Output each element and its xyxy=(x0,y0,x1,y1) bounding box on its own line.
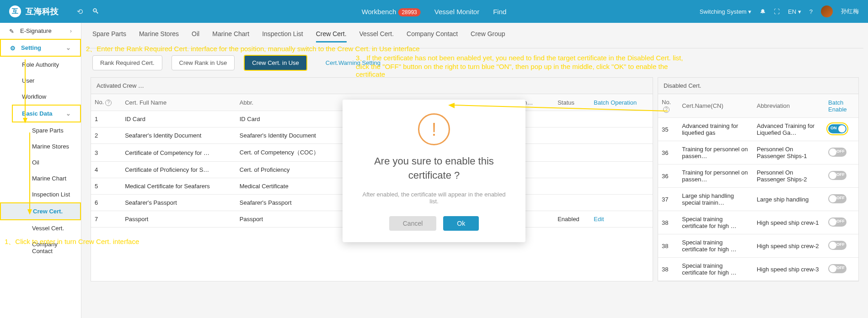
back-icon[interactable]: ⟲ xyxy=(77,7,83,16)
table-row: 38Special training certificate for high … xyxy=(658,211,858,234)
col-batch-enable[interactable]: Batch Enable xyxy=(825,94,858,118)
col-status: Status xyxy=(554,94,590,111)
modal-desc: After enabled, the certificate will appe… xyxy=(361,191,507,205)
help-icon[interactable]: ? xyxy=(809,8,813,15)
header-right: Switching System ▾ 🔔︎ ⛶ EN ▾ ? 孙红梅 xyxy=(700,5,859,17)
workbench-badge: 28993 xyxy=(398,8,420,16)
chevron-down-icon: ⌄ xyxy=(66,110,71,117)
search-icon[interactable]: 🔍︎ xyxy=(92,7,99,16)
edit-link xyxy=(590,111,653,127)
subtab-crew-rank-in-use[interactable]: Crew Rank in Use xyxy=(171,55,235,70)
sidebar-item-inspection-list[interactable]: Inspection List xyxy=(0,186,81,202)
col-cert-name: Cert.Name(CN) xyxy=(678,94,753,118)
table-row: 38Special training certificate for high … xyxy=(658,234,858,258)
col-abbreviation: Abbreviation xyxy=(753,94,825,118)
sidebar-item-vessel-cert[interactable]: Vessel Cert. xyxy=(0,220,81,236)
enable-toggle[interactable]: OFF xyxy=(828,217,847,227)
chevron-right-icon: › xyxy=(70,27,72,34)
col-abbr: Abbr. xyxy=(236,94,344,111)
disabled-table-title: Disabled Cert. xyxy=(658,78,858,94)
logo-area: 互 互海科技 xyxy=(9,5,59,17)
nav-workbench[interactable]: Workbench 28993 xyxy=(362,8,421,16)
col-no: No.? xyxy=(91,94,121,111)
nav-vessel-monitor[interactable]: Vessel Monitor xyxy=(434,8,479,16)
enable-toggle[interactable]: OFF xyxy=(828,194,847,203)
annotation-2: 2、Enter the Rank Required Cert. interfac… xyxy=(86,45,420,53)
edit-link xyxy=(590,162,653,178)
edit-link xyxy=(590,127,653,144)
tab-spare-parts[interactable]: Spare Parts xyxy=(92,30,126,42)
col-full-name: Cert. Full Name xyxy=(121,94,236,111)
sidebar-item-role-authority[interactable]: Role Authority xyxy=(0,57,81,73)
logo-icon: 互 xyxy=(9,5,21,17)
annotation-3: 3、If the certificate has not been enable… xyxy=(356,54,694,78)
enable-toggle[interactable]: OFF xyxy=(828,148,847,157)
ok-button[interactable]: Ok xyxy=(443,216,479,231)
sidebar-item-marine-stores[interactable]: Marine Stores xyxy=(0,138,81,154)
edit-link[interactable]: Edit xyxy=(590,211,653,228)
table-row: 36Training for personnel on passen…Perso… xyxy=(658,141,858,164)
tab-oil[interactable]: Oil xyxy=(192,30,199,42)
modal-title: Are you sure to enable this certificate … xyxy=(361,154,507,183)
enable-toggle[interactable]: ON xyxy=(828,124,847,133)
bell-icon[interactable]: 🔔︎ xyxy=(760,8,766,15)
table-row: 35Advanced training for liquefied gasAdv… xyxy=(658,118,858,141)
confirm-modal: ! Are you sure to enable this certificat… xyxy=(343,100,525,242)
warning-icon: ! xyxy=(418,113,450,145)
signature-icon: ✎ xyxy=(9,28,16,34)
sidebar-item-setting[interactable]: ⚙ Setting ⌄ xyxy=(0,39,81,57)
expand-icon[interactable]: ⛶ xyxy=(774,8,780,15)
table-row: 36Training for personnel on passen…Perso… xyxy=(658,164,858,188)
subtab-crew-cert-in-use[interactable]: Crew Cert. in Use xyxy=(244,55,307,71)
logo-text: 互海科技 xyxy=(26,6,59,17)
gear-icon: ⚙ xyxy=(10,45,16,51)
table-row: 38Special training certificate for high … xyxy=(658,258,858,281)
enable-toggle[interactable]: OFF xyxy=(828,241,847,250)
sidebar: ✎ E-Signature › ⚙ Setting ⌄ Role Authori… xyxy=(0,23,81,318)
sidebar-item-crew-cert[interactable]: Crew Cert. xyxy=(0,202,81,220)
cancel-button[interactable]: Cancel xyxy=(389,216,437,231)
col-batch-op[interactable]: Batch Operation xyxy=(590,94,653,111)
sidebar-item-oil[interactable]: Oil xyxy=(0,154,81,170)
avatar[interactable] xyxy=(821,5,833,17)
header-center-nav: Workbench 28993 Vessel Monitor Find xyxy=(362,8,507,16)
annotation-1: 1、Click to enter in turn Crew Cert. inte… xyxy=(5,238,139,246)
activated-table-title: Activated Crew … xyxy=(91,78,653,94)
col-no: No.? xyxy=(658,94,678,118)
tab-marine-stores[interactable]: Marine Stores xyxy=(139,30,179,42)
enable-toggle[interactable]: OFF xyxy=(828,171,847,180)
sidebar-item-marine-chart[interactable]: Marine Chart xyxy=(0,170,81,186)
edit-link xyxy=(590,144,653,162)
nav-find[interactable]: Find xyxy=(493,8,506,16)
sidebar-item-workflow[interactable]: Workflow xyxy=(0,89,81,105)
sidebar-item-basic-data[interactable]: Basic Data ⌄ xyxy=(12,105,81,122)
tab-inspection-list[interactable]: Inspection List xyxy=(262,30,303,42)
lang-select[interactable]: EN ▾ xyxy=(788,8,801,15)
sidebar-item-user[interactable]: User xyxy=(0,73,81,89)
enable-toggle[interactable]: OFF xyxy=(828,264,847,273)
help-icon[interactable]: ? xyxy=(105,100,112,106)
subtab-rank-required[interactable]: Rank Required Cert. xyxy=(92,55,162,70)
sidebar-item-esignature[interactable]: ✎ E-Signature › xyxy=(0,23,81,39)
tab-crew-group[interactable]: Crew Group xyxy=(471,30,505,42)
chevron-down-icon: ⌄ xyxy=(66,44,71,51)
app-header: 互 互海科技 ⟲ 🔍︎ Workbench 28993 Vessel Monit… xyxy=(0,0,868,23)
header-left-icons: ⟲ 🔍︎ xyxy=(77,7,99,16)
tab-vessel-cert[interactable]: Vessel Cert. xyxy=(359,30,394,42)
table-row: 37Large ship handling special trainin…La… xyxy=(658,188,858,211)
tab-crew-cert[interactable]: Crew Cert. xyxy=(316,30,347,42)
edit-link xyxy=(590,195,653,211)
sidebar-item-spare-parts[interactable]: Spare Parts xyxy=(0,122,81,138)
username: 孙红梅 xyxy=(841,7,859,16)
tab-company-contact[interactable]: Company Contact xyxy=(407,30,458,42)
disabled-cert-table: Disabled Cert. No.? Cert.Name(CN) Abbrev… xyxy=(658,77,859,281)
tab-marine-chart[interactable]: Marine Chart xyxy=(212,30,249,42)
edit-link xyxy=(590,178,653,195)
help-icon[interactable]: ? xyxy=(663,106,670,113)
switching-system[interactable]: Switching System ▾ xyxy=(700,8,751,15)
